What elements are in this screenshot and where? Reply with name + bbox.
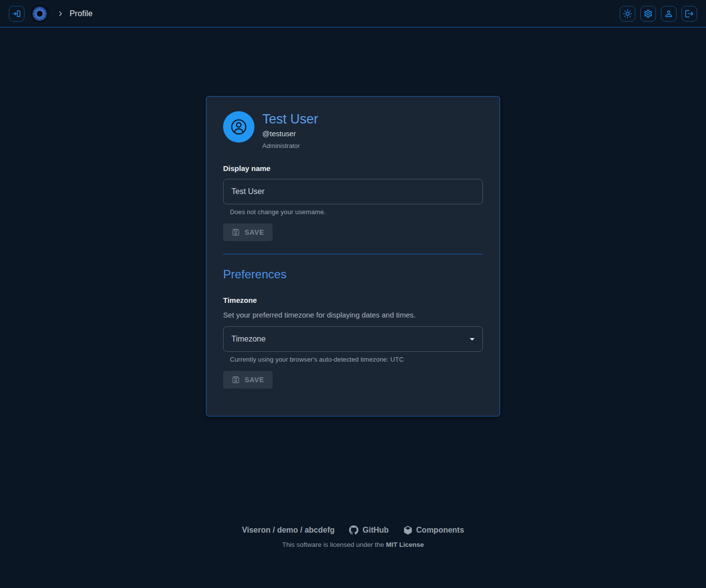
account-button[interactable] — [661, 6, 677, 22]
license-text: This software is licensed under the — [282, 541, 384, 548]
sidebar-toggle-button[interactable] — [9, 6, 25, 22]
avatar — [223, 111, 254, 143]
section-divider — [223, 254, 483, 254]
timezone-description: Set your preferred timezone for displayi… — [223, 311, 483, 319]
components-link[interactable]: Components — [403, 526, 464, 535]
breadcrumb: Profile — [70, 9, 93, 18]
app-footer: Viseron / demo / abcdefg GitHub Componen… — [0, 525, 706, 548]
settings-button[interactable] — [640, 6, 656, 22]
panel-open-icon — [12, 9, 22, 19]
save-button-label: SAVE — [245, 376, 264, 384]
header-actions — [620, 6, 697, 22]
user-icon — [664, 9, 674, 19]
theme-toggle-button[interactable] — [620, 6, 635, 22]
light-mode-sun-icon — [623, 9, 632, 19]
gear-icon — [643, 9, 653, 19]
user-circle-icon — [229, 117, 249, 137]
profile-card: Test User @testuser Administrator Displa… — [206, 96, 500, 416]
floppy-save-icon — [231, 375, 240, 384]
preferences-title: Preferences — [223, 268, 483, 281]
display-name-label: Display name — [223, 164, 483, 172]
footer-links-row: Viseron / demo / abcdefg GitHub Componen… — [0, 525, 706, 535]
app-logo[interactable] — [30, 4, 49, 23]
save-timezone-button[interactable]: SAVE — [223, 371, 273, 389]
main-content: Test User @testuser Administrator Displa… — [0, 96, 706, 548]
viseron-eye-logo-icon — [30, 4, 49, 23]
license-row: This software is licensed under theMIT L… — [0, 541, 706, 548]
save-button-label: SAVE — [245, 228, 264, 236]
timezone-select[interactable]: Timezone — [223, 326, 483, 352]
chevron-right-icon — [56, 9, 65, 18]
display-name-input[interactable] — [223, 179, 483, 204]
github-icon — [349, 525, 358, 535]
display-name-helper: Does not change your username. — [230, 208, 483, 216]
timezone-select-value: Timezone — [231, 335, 266, 343]
version-text: Viseron / demo / abcdefg — [242, 526, 334, 535]
floppy-save-icon — [231, 228, 240, 237]
package-cube-icon — [403, 526, 412, 535]
timezone-helper: Currently using your browser's auto-dete… — [230, 356, 483, 363]
save-display-name-button[interactable]: SAVE — [223, 223, 273, 241]
logout-button[interactable] — [681, 6, 697, 22]
mit-license-link[interactable]: MIT License — [386, 541, 424, 548]
profile-header: Test User @testuser Administrator — [223, 111, 483, 149]
app-header: Profile — [0, 0, 706, 27]
logout-icon — [684, 9, 694, 19]
profile-role-badge: Administrator — [262, 142, 318, 149]
profile-display-name: Test User — [262, 112, 318, 127]
profile-identity: Test User @testuser Administrator — [262, 111, 318, 149]
github-link[interactable]: GitHub — [349, 525, 388, 535]
dropdown-arrow-icon — [466, 333, 478, 345]
profile-username: @testuser — [262, 129, 318, 138]
github-link-label: GitHub — [362, 526, 388, 535]
components-link-label: Components — [416, 526, 464, 535]
timezone-label: Timezone — [223, 296, 483, 304]
